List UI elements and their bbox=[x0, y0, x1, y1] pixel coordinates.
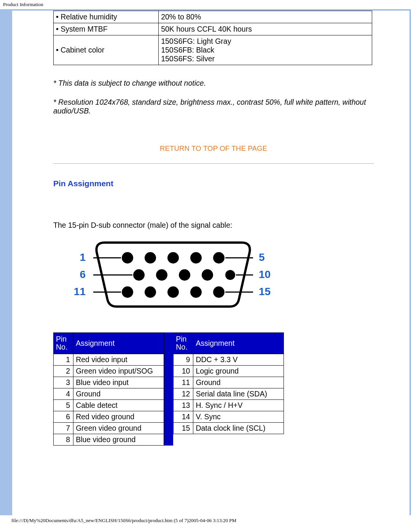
svg-point-12 bbox=[167, 286, 179, 298]
pin-number: 4 bbox=[54, 388, 73, 399]
svg-point-0 bbox=[122, 252, 133, 264]
pin-number: 9 bbox=[174, 354, 193, 365]
pin-number: 11 bbox=[174, 377, 193, 388]
table-row: 15Data clock line (SCL) bbox=[174, 422, 284, 434]
pin-number: 1 bbox=[54, 354, 73, 365]
svg-point-10 bbox=[122, 286, 133, 298]
pin-label-15: 15 bbox=[259, 286, 271, 297]
table-row: 5Cable detect bbox=[54, 399, 164, 411]
pin-assignment: Serial data line (SDA) bbox=[193, 388, 284, 399]
pin-assignment: Blue video input bbox=[73, 377, 164, 388]
pin-number: 2 bbox=[54, 365, 73, 377]
svg-point-6 bbox=[156, 269, 167, 281]
pin-assignment-table: Pin No. Assignment 1Red video input2Gree… bbox=[53, 332, 284, 446]
col-header-assignment: Assignment bbox=[73, 333, 164, 354]
svg-point-11 bbox=[145, 286, 156, 298]
pin-assignment: Red video ground bbox=[73, 411, 164, 422]
spec-value: 20% to 80% bbox=[159, 11, 372, 23]
svg-point-14 bbox=[213, 286, 225, 298]
pin-assignment: Green video input/SOG bbox=[73, 365, 164, 377]
table-row: System MTBF 50K hours CCFL 40K hours bbox=[54, 23, 372, 35]
svg-point-8 bbox=[202, 269, 213, 281]
col-header-pin-no: Pin No. bbox=[174, 333, 193, 354]
connector-description: The 15-pin D-sub connector (male) of the… bbox=[53, 221, 374, 230]
table-gap bbox=[164, 332, 173, 446]
note-line: * This data is subject to change without… bbox=[53, 79, 374, 88]
pin-assignment: Blue video ground bbox=[73, 434, 164, 445]
svg-point-2 bbox=[167, 252, 179, 264]
pin-number: 10 bbox=[174, 365, 193, 377]
table-row: 10Logic ground bbox=[174, 365, 284, 377]
svg-point-7 bbox=[179, 269, 190, 281]
pin-number: 5 bbox=[54, 399, 73, 411]
pin-label-11: 11 bbox=[74, 286, 86, 297]
spec-label: System MTBF bbox=[54, 23, 159, 35]
pin-assignment: Red video input bbox=[73, 354, 164, 365]
pin-label-1: 1 bbox=[80, 251, 86, 263]
pin-assignment: Ground bbox=[73, 388, 164, 399]
pin-table-right: Pin No. Assignment 9DDC + 3.3 V10Logic g… bbox=[173, 332, 284, 434]
spec-table: Relative humidity 20% to 80% System MTBF… bbox=[53, 11, 372, 65]
pin-number: 8 bbox=[54, 434, 73, 445]
pin-number: 12 bbox=[174, 388, 193, 399]
pin-assignment: Data clock line (SCL) bbox=[193, 422, 284, 434]
section-heading-pin-assignment: Pin Assignment bbox=[53, 179, 374, 188]
return-to-top-link[interactable]: RETURN TO TOP OF THE PAGE bbox=[160, 144, 267, 152]
spec-label: Cabinet color bbox=[54, 35, 159, 65]
table-row: 13H. Sync / H+V bbox=[174, 399, 284, 411]
pin-assignment: Cable detect bbox=[73, 399, 164, 411]
pin-assignment: Logic ground bbox=[193, 365, 284, 377]
table-row: 12Serial data line (SDA) bbox=[174, 388, 284, 399]
pin-number: 6 bbox=[54, 411, 73, 422]
pin-label-5: 5 bbox=[259, 251, 265, 263]
pin-number: 13 bbox=[174, 399, 193, 411]
page-header-title: Product Information bbox=[0, 0, 411, 9]
spec-value: 50K hours CCFL 40K hours bbox=[159, 23, 372, 35]
pin-label-6: 6 bbox=[80, 268, 86, 280]
table-row: 14V. Sync bbox=[174, 411, 284, 422]
table-row: 4Ground bbox=[54, 388, 164, 399]
svg-point-4 bbox=[213, 252, 225, 264]
svg-point-5 bbox=[133, 269, 145, 281]
table-row: 3Blue video input bbox=[54, 377, 164, 388]
pin-assignment: H. Sync / H+V bbox=[193, 399, 284, 411]
pin-assignment: V. Sync bbox=[193, 411, 284, 422]
table-row: 6Red video ground bbox=[54, 411, 164, 422]
table-row: 9DDC + 3.3 V bbox=[174, 354, 284, 365]
pin-number: 7 bbox=[54, 422, 73, 434]
col-header-assignment: Assignment bbox=[193, 333, 284, 354]
connector-diagram: 1 6 11 5 10 15 bbox=[72, 239, 374, 311]
note-line: * Resolution 1024x768, standard size, br… bbox=[53, 98, 374, 115]
table-row: 7Green video ground bbox=[54, 422, 164, 434]
pin-assignment: DDC + 3.3 V bbox=[193, 354, 284, 365]
pin-label-10: 10 bbox=[259, 268, 271, 280]
table-row: 11Ground bbox=[174, 377, 284, 388]
table-row: 1Red video input bbox=[54, 354, 164, 365]
pin-table-left: Pin No. Assignment 1Red video input2Gree… bbox=[53, 332, 164, 446]
svg-point-9 bbox=[225, 270, 235, 280]
table-row: 2Green video input/SOG bbox=[54, 365, 164, 377]
svg-point-13 bbox=[190, 286, 202, 298]
svg-point-3 bbox=[190, 252, 202, 264]
divider bbox=[53, 163, 374, 164]
pin-assignment: Ground bbox=[193, 377, 284, 388]
table-row: Relative humidity 20% to 80% bbox=[54, 11, 372, 23]
table-row: 8Blue video ground bbox=[54, 434, 164, 445]
pin-assignment: Green video ground bbox=[73, 422, 164, 434]
footer-path: file:///D|/My%20Documents/dfu/A5_new/ENG… bbox=[0, 515, 411, 526]
page-frame: Relative humidity 20% to 80% System MTBF… bbox=[0, 9, 411, 515]
table-row: Cabinet color 150S6FG: Light Gray 150S6F… bbox=[54, 35, 372, 65]
spec-value: 150S6FG: Light Gray 150S6FB: Black 150S6… bbox=[159, 35, 372, 65]
spec-label: Relative humidity bbox=[54, 11, 159, 23]
pin-number: 15 bbox=[174, 422, 193, 434]
col-header-pin-no: Pin No. bbox=[54, 333, 73, 354]
svg-point-1 bbox=[145, 252, 156, 264]
pin-number: 14 bbox=[174, 411, 193, 422]
notes-block: * This data is subject to change without… bbox=[53, 65, 374, 115]
pin-number: 3 bbox=[54, 377, 73, 388]
